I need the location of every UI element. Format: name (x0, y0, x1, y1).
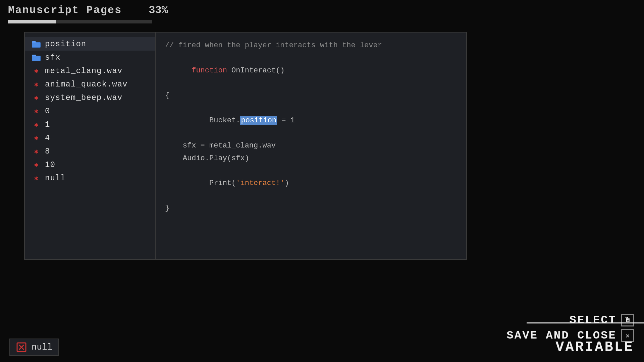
status-bracket-icon (16, 342, 27, 353)
divider-line (527, 322, 644, 323)
progress-bar-fill (8, 20, 56, 23)
sidebar-label-1: 1 (45, 120, 50, 129)
code-bucket-line: Bucket.position = 1 (165, 102, 457, 139)
status-value-label: null (32, 342, 52, 352)
action-buttons: SELECT 🖱 SAVE AND CLOSE ✕ (506, 314, 644, 342)
code-print-line: Print('interact!') (165, 165, 457, 202)
progress-pct: 33% (149, 4, 168, 16)
sidebar-item-animal-quack[interactable]: ✱ animal_quack.wav (25, 77, 155, 91)
svg-rect-2 (32, 43, 40, 47)
variable-label: VARIABLE (555, 339, 634, 355)
sidebar-item-position[interactable]: position (25, 37, 155, 51)
sidebar-item-8[interactable]: ✱ 8 (25, 144, 155, 158)
main-panel: position sfx ✱ metal_clang.wav ✱ (24, 32, 467, 260)
svg-rect-5 (32, 56, 40, 61)
sidebar-label-system-beep: system_beep.wav (45, 93, 122, 102)
sidebar-label-metal-clang: metal_clang.wav (45, 66, 122, 75)
sidebar-item-sfx[interactable]: sfx (25, 51, 155, 64)
select-button[interactable]: SELECT 🖱 (570, 314, 634, 326)
sidebar-item-metal-clang[interactable]: ✱ metal_clang.wav (25, 64, 155, 77)
sidebar-label-8: 8 (45, 147, 50, 156)
code-close-brace: } (165, 202, 457, 215)
asterisk-icon-system-beep: ✱ (32, 93, 41, 102)
sidebar-label-null: null (45, 174, 66, 183)
sidebar-item-null[interactable]: ✱ null (25, 171, 155, 185)
code-audio-line: Audio.Play(sfx) (165, 152, 457, 165)
sidebar-label-0: 0 (45, 107, 50, 116)
asterisk-icon-null: ✱ (32, 173, 41, 183)
code-sfx-line: sfx = metal_clang.wav (165, 139, 457, 152)
asterisk-icon-4: ✱ (32, 133, 41, 142)
code-comment-line: // fired when the player interacts with … (165, 39, 457, 52)
sidebar-label-sfx: sfx (45, 53, 60, 62)
sidebar-item-0[interactable]: ✱ 0 (25, 104, 155, 118)
asterisk-icon-0: ✱ (32, 106, 41, 116)
sidebar-label-position: position (45, 40, 86, 49)
sidebar-item-system-beep[interactable]: ✱ system_beep.wav (25, 91, 155, 104)
code-area: // fired when the player interacts with … (156, 33, 466, 259)
sidebar-label-4: 4 (45, 133, 50, 142)
folder-icon-sfx (32, 53, 41, 62)
select-label: SELECT (570, 314, 616, 326)
sidebar-item-10[interactable]: ✱ 10 (25, 158, 155, 171)
select-icon: 🖱 (621, 314, 634, 326)
sidebar-item-1[interactable]: ✱ 1 (25, 118, 155, 131)
progress-bar (8, 20, 152, 23)
sidebar: position sfx ✱ metal_clang.wav ✱ (25, 33, 156, 259)
top-bar: Manuscript Pages 33% (0, 0, 644, 20)
sidebar-label-10: 10 (45, 160, 55, 169)
manuscript-title: Manuscript Pages (8, 4, 122, 16)
sidebar-label-animal-quack: animal_quack.wav (45, 80, 127, 89)
code-function-line: function OnInteract() (165, 52, 457, 89)
bottom-status: null (9, 339, 59, 356)
asterisk-icon-animal-quack: ✱ (32, 79, 41, 89)
folder-icon (32, 39, 41, 49)
asterisk-icon-8: ✱ (32, 146, 41, 156)
asterisk-icon-1: ✱ (32, 120, 41, 129)
sidebar-item-4[interactable]: ✱ 4 (25, 131, 155, 144)
asterisk-icon-10: ✱ (32, 160, 41, 169)
code-open-brace: { (165, 89, 457, 102)
asterisk-icon-metal-clang: ✱ (32, 66, 41, 75)
